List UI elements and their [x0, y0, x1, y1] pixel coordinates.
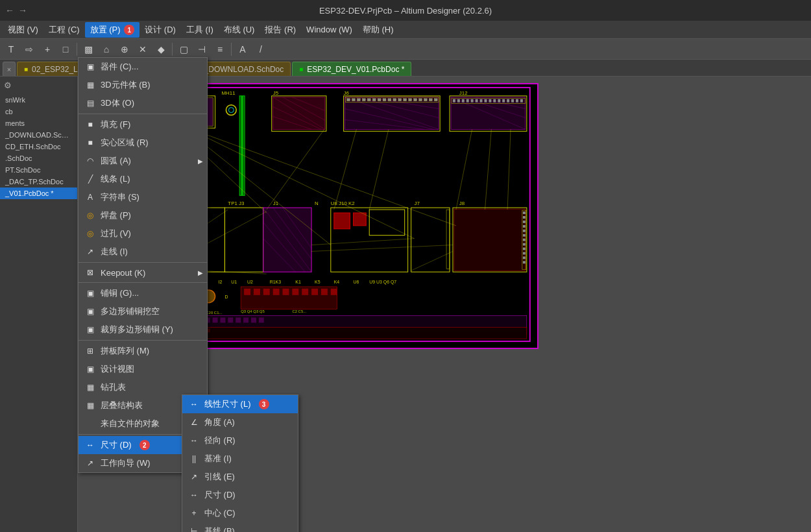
menu-project[interactable]: 工程 (C) [43, 22, 85, 38]
svg-rect-45 [424, 99, 427, 101]
menu-item-line[interactable]: ╱ 线条 (L) [79, 170, 207, 188]
svg-rect-167 [302, 289, 308, 295]
dim-item-d[interactable]: ↔ 尺寸 (D) [182, 486, 298, 504]
menu-item-pad[interactable]: ◎ 焊盘 (P) [79, 206, 207, 224]
panel-file-pcb[interactable]: _V01.PcbDoc * [0, 187, 77, 199]
svg-rect-170 [331, 289, 337, 295]
menu-window[interactable]: Window (W) [301, 23, 357, 36]
arc-icon: ◠ [85, 156, 95, 166]
toolbar-btn-chart[interactable]: ▩ [80, 42, 97, 57]
pad-label: 焊盘 (P) [101, 210, 131, 221]
menu-item-poly-cutout[interactable]: ▣ 多边形铺铜挖空 [79, 302, 207, 320]
panel-file-dac[interactable]: _DAC_TP.SchDoc [0, 176, 77, 187]
forward-button[interactable]: → [18, 5, 27, 16]
svg-rect-56 [462, 99, 465, 103]
toolbar-btn-grid[interactable]: ⌂ [98, 42, 115, 57]
panel-file-download[interactable]: _DOWNLOAD.SchDoc [0, 129, 77, 141]
svg-rect-58 [471, 99, 474, 103]
toolbar-btn-rect[interactable]: □ [57, 42, 74, 57]
dimension-label: 尺寸 (D) [101, 439, 132, 451]
tab-close-btn[interactable]: × [3, 62, 16, 76]
nav-controls: ← → [5, 5, 27, 16]
svg-rect-118 [523, 256, 526, 259]
menu-place-badge: 1 [124, 25, 134, 35]
svg-rect-115 [523, 243, 526, 246]
svg-rect-114 [523, 239, 526, 241]
menu-item-3dbody[interactable]: ▦ 3D元件体 (B) [79, 76, 207, 94]
arc-label: 圆弧 (A) [101, 155, 131, 167]
panel-folder-ments[interactable]: ments [0, 117, 77, 129]
copper-icon: ▣ [85, 288, 95, 298]
radial-label: 径向 (R) [204, 435, 236, 446]
menu-item-copper[interactable]: ▣ 铺铜 (G)... [79, 284, 207, 302]
toolbar-btn-plus[interactable]: + [39, 42, 56, 57]
svg-rect-37 [383, 99, 386, 101]
toolbar-btn-arrow[interactable]: ⇨ [21, 42, 38, 57]
dim-item-center[interactable]: + 中心 (C) [182, 504, 298, 522]
menu-item-route[interactable]: ↗ 走线 (I) [79, 243, 207, 261]
linear-dim-icon: ↔ [189, 399, 199, 409]
svg-rect-44 [418, 99, 422, 101]
svg-rect-191 [243, 317, 248, 322]
panel-file-sch[interactable]: .SchDoc [0, 152, 77, 164]
svg-rect-110 [523, 221, 526, 223]
dim-item-baseline[interactable]: ⊢ 基线 (B) [182, 522, 298, 532]
menu-report[interactable]: 报告 (R) [260, 22, 301, 38]
menu-item-trim-poly[interactable]: ▣ 裁剪多边形铺铜 (Y) [79, 320, 207, 339]
menu-item-via[interactable]: ◎ 过孔 (V) [79, 224, 207, 243]
menu-route[interactable]: 布线 (U) [219, 22, 260, 38]
menu-item-arc[interactable]: ◠ 圆弧 (A) ▶ [79, 152, 207, 170]
toolbar-btn-a[interactable]: A [234, 42, 251, 57]
menu-design[interactable]: 设计 (D) [139, 22, 181, 38]
radial-icon: ↔ [189, 435, 199, 446]
layer-stack-label: 层叠结构表 [101, 400, 143, 411]
dim-item-angle[interactable]: ∠ 角度 (A) [182, 413, 298, 431]
toolbar-btn-lines[interactable]: ≡ [212, 42, 228, 57]
dim-item-radial[interactable]: ↔ 径向 (R) [182, 431, 298, 450]
menu-item-keepout[interactable]: ⊠ Keepout (K) ▶ [79, 264, 207, 281]
center-label: 中心 (C) [204, 507, 236, 519]
menu-item-design-view[interactable]: ▣ 设计视图 [79, 360, 207, 378]
tab-pcb[interactable]: ■ ESP32_DEV_V01.PcbDoc * [292, 62, 411, 76]
toolbar-btn-key[interactable]: ◆ [152, 42, 169, 57]
menu-sep-3 [79, 282, 207, 283]
menu-view[interactable]: 视图 (V) [3, 22, 43, 38]
menu-item-array[interactable]: ⊞ 拼板阵列 (M) [79, 342, 207, 360]
menu-item-component[interactable]: ▣ 器件 (C)... [79, 58, 207, 76]
menu-item-3d[interactable]: ▤ 3D体 (O) [79, 94, 207, 112]
poly-cutout-icon: ▣ [85, 306, 95, 317]
menu-item-solid[interactable]: ■ 实心区域 (R) [79, 134, 207, 152]
dim-item-leader[interactable]: ↗ 引线 (E) [182, 468, 298, 486]
svg-rect-57 [466, 99, 469, 103]
dim-item-linear[interactable]: ↔ 线性尺寸 (L) 3 [182, 395, 298, 413]
svg-text:J7: J7 [415, 200, 420, 206]
menu-item-drill-table[interactable]: ▦ 钻孔表 [79, 378, 207, 396]
svg-rect-66 [507, 99, 509, 103]
menu-place[interactable]: 放置 (P) 1 [85, 22, 140, 38]
svg-rect-189 [228, 317, 233, 322]
menu-item-fill[interactable]: ■ 填充 (F) [79, 115, 207, 134]
menu-item-string[interactable]: A 字符串 (S) [79, 188, 207, 206]
via-icon: ◎ [85, 228, 95, 239]
menu-help[interactable]: 帮助 (H) [357, 22, 399, 38]
menu-tools[interactable]: 工具 (I) [181, 22, 219, 38]
svg-rect-101 [353, 213, 366, 226]
svg-rect-40 [398, 99, 402, 101]
gear-icon[interactable]: ⚙ [4, 80, 12, 90]
toolbar-btn-connect[interactable]: ⊕ [116, 42, 133, 57]
panel-file-pt[interactable]: PT.SchDoc [0, 164, 77, 176]
left-panel: ⚙ snWrk cb ments _DOWNLOAD.SchDoc CD_ETH… [0, 77, 78, 532]
svg-rect-60 [480, 99, 483, 103]
toolbar-btn-measure[interactable]: ✕ [134, 42, 151, 57]
toolbar-sep-3 [231, 43, 232, 56]
toolbar-btn-box2[interactable]: ▢ [175, 42, 192, 57]
svg-rect-61 [484, 99, 487, 103]
toolbar-btn-slash[interactable]: / [252, 42, 269, 57]
svg-text:U9 U3 Q6 Q7: U9 U3 Q6 Q7 [369, 280, 396, 285]
toolbar-btn-left[interactable]: ⊣ [193, 42, 210, 57]
dim-item-datum[interactable]: || 基准 (I) [182, 450, 298, 468]
panel-file-lcd[interactable]: CD_ETH.SchDoc [0, 141, 77, 152]
toolbar-btn-text[interactable]: T [3, 42, 19, 57]
keepout-label: Keepout (K) [101, 268, 145, 278]
back-button[interactable]: ← [5, 5, 14, 16]
